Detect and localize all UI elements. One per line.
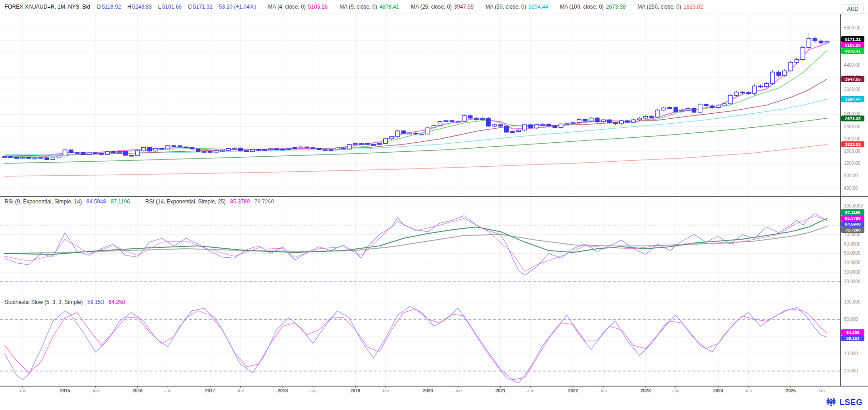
high-value: 5243.83 bbox=[132, 4, 152, 10]
stochastic-d-value: 64.258 bbox=[108, 299, 125, 305]
close-value: 5171.32 bbox=[193, 4, 212, 10]
candle-body bbox=[492, 125, 497, 126]
candle-body bbox=[154, 148, 158, 151]
candle-body bbox=[214, 150, 218, 152]
candle-body bbox=[402, 131, 406, 133]
price-axis-tick: 5600.00 bbox=[844, 25, 860, 30]
candle-body bbox=[704, 104, 708, 106]
ma-legend-25[interactable]: MA (25, close, 0) 3947.55 bbox=[411, 4, 473, 10]
rsi-tag: 87.1196 bbox=[841, 209, 864, 215]
candle-body bbox=[311, 148, 315, 149]
candle-body bbox=[45, 158, 49, 159]
rsi-tag: 84.5948 bbox=[841, 221, 864, 227]
candle-body bbox=[21, 157, 25, 158]
candle-body bbox=[632, 120, 636, 122]
candle-body bbox=[208, 151, 212, 152]
candle-body bbox=[160, 148, 164, 149]
ma-9-label: MA (9, close, 0) bbox=[339, 4, 377, 10]
candle-body bbox=[541, 124, 545, 125]
candle-body bbox=[202, 151, 206, 152]
rsi-legend[interactable]: RSI (9, Exponential, Simple, 14) 84.5948… bbox=[5, 198, 274, 205]
rsi-axis-tick: 60.0000 bbox=[844, 241, 860, 246]
candle-body bbox=[384, 139, 388, 144]
ma-legend-50[interactable]: MA (50, close, 0) 3294.44 bbox=[485, 4, 548, 10]
candle-body bbox=[414, 133, 418, 134]
price-tag: 3294.44 bbox=[841, 96, 864, 102]
ma-legend-9[interactable]: MA (9, close, 0) 4878.41 bbox=[339, 4, 399, 10]
candle-body bbox=[644, 116, 648, 118]
candle-body bbox=[825, 41, 829, 43]
ma-line-ma-9 bbox=[5, 50, 827, 157]
ma-legend-100[interactable]: MA (100, close, 0) 2673.38 bbox=[560, 4, 626, 10]
candle-body bbox=[710, 106, 714, 107]
candle-body bbox=[462, 116, 466, 121]
candle-body bbox=[111, 152, 116, 153]
candle-body bbox=[256, 150, 260, 150]
candle-body bbox=[275, 149, 279, 150]
candle-body bbox=[813, 39, 817, 41]
ma-line-ma-4 bbox=[5, 43, 827, 158]
currency-selector-button[interactable]: AUD bbox=[842, 4, 864, 14]
candle-body bbox=[39, 158, 43, 159]
candle-body bbox=[571, 122, 575, 123]
candle-body bbox=[220, 150, 224, 151]
ma-line-ma-25 bbox=[5, 79, 827, 156]
time-axis-label: 2017 bbox=[205, 388, 215, 393]
ma-4-label: MA (4, close, 0) bbox=[268, 4, 305, 10]
symbol-title[interactable]: FOREX XAUAUD=R, 1M, NYS, Bid bbox=[5, 4, 90, 10]
lseg-logo: LSEG bbox=[826, 398, 863, 407]
candle-body bbox=[686, 109, 690, 111]
ma-legend-250[interactable]: MA (250, close, 0) 1823.02 bbox=[637, 4, 703, 10]
rsi-14-title: RSI (14, Exponential, Simple, 25) bbox=[145, 198, 226, 205]
price-axis-tick: 2400.00 bbox=[844, 124, 860, 129]
candle-body bbox=[190, 148, 194, 149]
time-axis-label: 2020 bbox=[423, 388, 433, 393]
time-axis-label: 2016 bbox=[133, 388, 143, 393]
ma-50-label: MA (50, close, 0) bbox=[485, 4, 526, 10]
candle-body bbox=[390, 137, 394, 139]
time-axis-label: 2022 bbox=[568, 388, 578, 393]
candle-body bbox=[299, 147, 303, 148]
price-tag: 5171.32 bbox=[841, 36, 864, 42]
ma-4-value: 5105.26 bbox=[308, 4, 328, 10]
candle-body bbox=[353, 144, 357, 145]
candle-body bbox=[535, 125, 539, 128]
candle-body bbox=[166, 146, 170, 149]
candle-body bbox=[589, 118, 593, 121]
candle-body bbox=[420, 134, 424, 135]
price-axis-tick: 4400.00 bbox=[844, 63, 860, 68]
rsi-14-ma-value: 78.7260 bbox=[254, 198, 274, 205]
price-tag: 3947.55 bbox=[841, 76, 864, 82]
price-axis-tick: 1600.00 bbox=[844, 149, 860, 154]
candle-body bbox=[124, 151, 128, 155]
candle-body bbox=[583, 120, 587, 121]
candle-body bbox=[426, 128, 430, 134]
candle-body bbox=[69, 150, 73, 153]
price-tag: 4878.41 bbox=[841, 48, 864, 54]
time-axis-label: Jun bbox=[237, 388, 244, 393]
candle-body bbox=[626, 121, 630, 122]
ma-25-label: MA (25, close, 0) bbox=[411, 4, 452, 10]
candle-body bbox=[14, 158, 19, 159]
candle-body bbox=[456, 121, 460, 122]
candle-body bbox=[523, 125, 527, 130]
candle-body bbox=[505, 126, 509, 132]
stoch-axis-tick: 40.000 bbox=[844, 351, 858, 356]
candle-body bbox=[547, 124, 551, 125]
candle-body bbox=[172, 146, 176, 147]
candle-body bbox=[347, 145, 351, 149]
candle-body bbox=[366, 144, 370, 145]
chart-window: FOREX XAUAUD=R, 1M, NYS, Bid O5118.92 H5… bbox=[0, 0, 868, 410]
rsi-14-value: 85.3789 bbox=[230, 198, 250, 205]
chart-legend-bar: FOREX XAUAUD=R, 1M, NYS, Bid O5118.92 H5… bbox=[0, 0, 839, 14]
candle-body bbox=[758, 86, 762, 87]
time-axis-label: 2023 bbox=[641, 388, 651, 393]
time-axis-label: 2018 bbox=[278, 388, 288, 393]
stochastic-legend[interactable]: Stochastic Slow (5, 3, 3, Simple) 59.153… bbox=[5, 299, 125, 305]
change-value: 53.20 (+1.04%) bbox=[219, 4, 256, 10]
candle-body bbox=[728, 95, 733, 104]
lseg-logo-text: LSEG bbox=[839, 398, 863, 407]
chart-canvas[interactable] bbox=[0, 0, 868, 410]
lseg-crest-icon bbox=[826, 398, 837, 407]
ma-legend-4[interactable]: MA (4, close, 0) 5105.26 bbox=[268, 4, 328, 10]
